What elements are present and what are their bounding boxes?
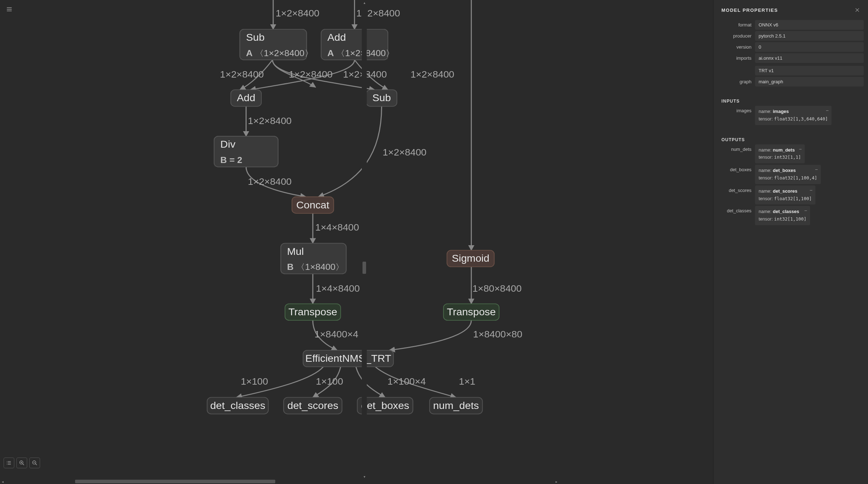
vertical-scroll-thumb[interactable] bbox=[363, 262, 366, 274]
inputs-section: INPUTS images−name: imagestensor: float3… bbox=[714, 92, 868, 130]
menu-button[interactable] bbox=[4, 4, 14, 14]
edge-label: 1×80×8400 bbox=[472, 283, 522, 294]
graph-node-sub2[interactable]: Sub bbox=[366, 90, 397, 106]
edge-label: 1×100 bbox=[316, 376, 343, 387]
property-row: version0 bbox=[721, 42, 864, 52]
svg-line-33 bbox=[23, 464, 24, 465]
property-label: graph bbox=[721, 77, 755, 87]
graph-node-div[interactable]: DivB = 2 bbox=[214, 136, 278, 167]
zoom-in-button[interactable] bbox=[16, 458, 27, 468]
io-label: images bbox=[721, 106, 755, 125]
hamburger-icon bbox=[6, 6, 13, 13]
graph-node-out_scores[interactable]: det_scores bbox=[283, 397, 342, 414]
io-row: det_boxes−name: det_boxestensor: float32… bbox=[721, 165, 864, 184]
scroll-right-arrow-icon[interactable]: ▸ bbox=[554, 479, 559, 484]
edge-label: 1×8400×80 bbox=[473, 329, 522, 340]
edge-label: 1×2×8400 bbox=[289, 69, 333, 80]
scroll-down-arrow-icon[interactable]: ▾ bbox=[362, 474, 367, 479]
io-value-block[interactable]: −name: num_detstensor: int32[1,1] bbox=[755, 144, 805, 164]
horizontal-scroll-thumb[interactable] bbox=[75, 480, 275, 483]
io-value-block[interactable]: −name: imagestensor: float32[1,3,640,640… bbox=[755, 106, 832, 125]
graph-node-out_classes[interactable]: det_classes bbox=[207, 397, 268, 414]
property-value[interactable]: TRT v1 bbox=[755, 66, 864, 75]
property-label: producer bbox=[721, 31, 755, 41]
io-value-block[interactable]: −name: det_scorestensor: float32[1,100] bbox=[755, 186, 815, 205]
bottom-toolbar bbox=[4, 458, 40, 468]
property-value[interactable]: ai.onnx v11 bbox=[755, 53, 864, 63]
vertical-scrollbar[interactable]: ▴ ▾ bbox=[362, 0, 367, 479]
property-value[interactable]: main_graph bbox=[755, 77, 864, 87]
io-row: det_classes−name: det_classestensor: int… bbox=[721, 206, 864, 225]
edge-label: 1×100×4 bbox=[388, 376, 426, 387]
collapse-toggle[interactable]: − bbox=[810, 187, 813, 193]
edge-label: 1×4×8400 bbox=[316, 283, 360, 294]
edge-label: 1×2×8400 bbox=[276, 8, 320, 19]
node-title: det_classes bbox=[210, 400, 265, 411]
graph-node-add1[interactable]: AddA 〈1×2×8400〉 bbox=[321, 29, 395, 60]
collapse-toggle[interactable]: − bbox=[826, 108, 829, 113]
graph-node-mul[interactable]: MulB 〈1×8400〉 bbox=[281, 243, 346, 274]
property-label: version bbox=[721, 42, 755, 52]
node-title: Transpose bbox=[447, 307, 496, 317]
scroll-left-arrow-icon[interactable]: ◂ bbox=[0, 479, 5, 484]
io-label: det_classes bbox=[721, 206, 755, 225]
io-value-block[interactable]: −name: det_classestensor: int32[1,100] bbox=[755, 206, 810, 225]
graph-edge bbox=[356, 367, 385, 397]
graph-edge bbox=[319, 107, 382, 197]
property-label: imports bbox=[721, 53, 755, 75]
node-attribute: B = 2 bbox=[220, 155, 242, 165]
scroll-up-arrow-icon[interactable]: ▴ bbox=[362, 0, 367, 5]
edge-label: 1×2×8400 bbox=[383, 147, 426, 158]
names-toggle-button[interactable] bbox=[4, 458, 14, 468]
node-title: Mul bbox=[287, 246, 304, 257]
graph-node-nms[interactable]: EfficientNMS_TRT bbox=[303, 350, 394, 367]
graph-canvas[interactable]: 1×2×84001×2×84001×2×84001×2×84001×2×8400… bbox=[0, 0, 713, 484]
collapse-toggle[interactable]: − bbox=[815, 167, 818, 172]
graph-node-transpose1[interactable]: Transpose bbox=[285, 304, 341, 320]
property-row-graph: graphmain_graph bbox=[721, 77, 864, 87]
close-sidebar-button[interactable] bbox=[854, 6, 861, 14]
graph-node-concat[interactable]: Concat bbox=[292, 197, 334, 213]
io-label: det_scores bbox=[721, 186, 755, 205]
node-title: num_dets bbox=[433, 400, 479, 411]
node-title: Sigmoid bbox=[452, 253, 489, 264]
property-row-imports: importsai.onnx v11TRT v1 bbox=[721, 53, 864, 75]
graph-node-sigmoid[interactable]: Sigmoid bbox=[447, 250, 494, 267]
sidebar-title: MODEL PROPERTIES bbox=[721, 8, 778, 13]
collapse-toggle[interactable]: − bbox=[804, 208, 807, 213]
node-title: EfficientNMS_TRT bbox=[305, 353, 391, 364]
node-title: Concat bbox=[296, 200, 330, 211]
property-value[interactable]: 0 bbox=[755, 42, 864, 52]
node-title: Add bbox=[237, 93, 255, 103]
graph-node-sub1[interactable]: SubA 〈1×2×8400〉 bbox=[240, 29, 314, 60]
io-row: num_dets−name: num_detstensor: int32[1,1… bbox=[721, 144, 864, 164]
edge-label: 1×2×8400 bbox=[220, 69, 264, 80]
node-title: Transpose bbox=[288, 307, 337, 317]
svg-point-29 bbox=[7, 461, 7, 461]
property-label: format bbox=[721, 20, 755, 30]
graph-node-out_num[interactable]: num_dets bbox=[430, 397, 483, 414]
io-value-block[interactable]: −name: det_boxestensor: float32[1,100,4] bbox=[755, 165, 821, 184]
edge-label: 1×8400×4 bbox=[315, 329, 359, 340]
edge-label: 1×2×8400 bbox=[410, 69, 454, 80]
io-row: det_scores−name: det_scorestensor: float… bbox=[721, 186, 864, 205]
property-value[interactable]: ONNX v6 bbox=[755, 20, 864, 30]
zoom-in-icon bbox=[19, 460, 25, 466]
outputs-section: OUTPUTS num_dets−name: num_detstensor: i… bbox=[714, 130, 868, 230]
node-title: Add bbox=[327, 32, 346, 43]
app-root: 1×2×84001×2×84001×2×84001×2×84001×2×8400… bbox=[0, 0, 868, 484]
node-title: Sub bbox=[373, 93, 391, 103]
horizontal-scrollbar[interactable]: ◂ ▸ bbox=[0, 479, 559, 484]
edge-label: 1×100 bbox=[241, 376, 268, 387]
zoom-out-button[interactable] bbox=[29, 458, 40, 468]
svg-point-30 bbox=[7, 463, 7, 463]
graph-node-add2[interactable]: Add bbox=[231, 90, 262, 106]
io-row: images−name: imagestensor: float32[1,3,6… bbox=[721, 106, 864, 125]
properties-section: formatONNX v6producerpytorch 2.5.1versio… bbox=[714, 18, 868, 92]
node-title: Div bbox=[220, 139, 235, 150]
inputs-heading: INPUTS bbox=[721, 94, 864, 106]
io-label: num_dets bbox=[721, 144, 755, 164]
property-value[interactable]: pytorch 2.5.1 bbox=[755, 31, 864, 41]
collapse-toggle[interactable]: − bbox=[799, 146, 802, 152]
graph-node-transpose2[interactable]: Transpose bbox=[444, 304, 499, 320]
